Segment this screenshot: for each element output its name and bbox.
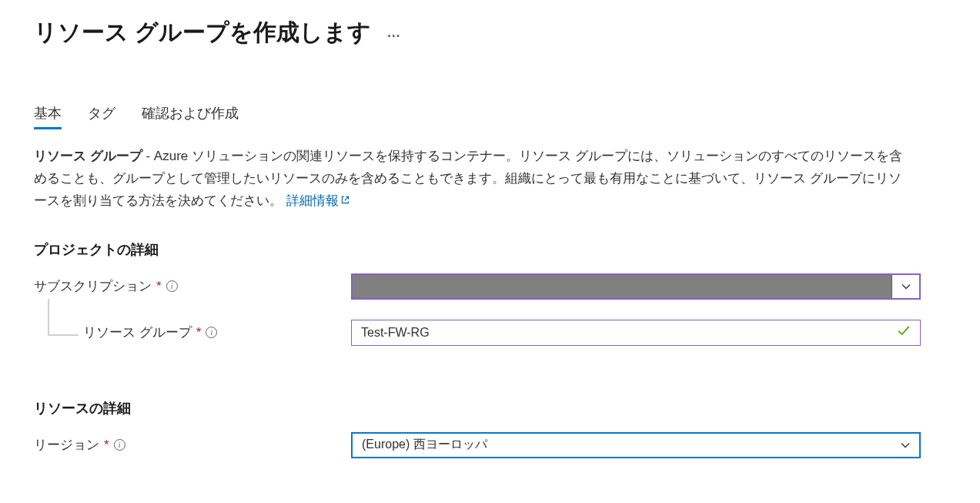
resource-group-label: リソース グループ * i [34,324,351,341]
chevron-down-icon [901,282,911,291]
region-select[interactable]: (Europe) 西ヨーロッパ [351,432,921,458]
info-icon[interactable]: i [166,280,178,292]
learn-more-text: 詳細情報 [286,193,339,208]
description-text: リソース グループ - Azure ソリューションの関連リソースを保持するコンテ… [34,146,911,213]
form-tabs: 基本 タグ 確認および作成 [34,104,946,129]
required-indicator: * [196,325,202,340]
section-project-details: プロジェクトの詳細 [34,240,946,259]
info-icon[interactable]: i [114,439,125,451]
region-label: リージョン * i [34,436,351,454]
checkmark-icon [897,324,911,341]
external-link-icon [340,190,350,213]
required-indicator: * [104,438,109,453]
section-resource-details: リソースの詳細 [34,399,946,417]
info-icon[interactable]: i [206,327,217,338]
required-indicator: * [156,279,162,294]
description-lead: リソース グループ [34,149,142,163]
subscription-label: サブスクリプション * i [34,277,351,295]
tree-connector [48,299,79,336]
tab-basic[interactable]: 基本 [34,104,62,129]
tab-tags[interactable]: タグ [88,104,115,129]
more-actions[interactable]: … [386,25,402,41]
resource-group-value: Test-FW-RG [361,326,430,340]
tab-review-create[interactable]: 確認および作成 [142,104,239,129]
resource-group-input[interactable]: Test-FW-RG [351,320,921,346]
description-body: - Azure ソリューションの関連リソースを保持するコンテナー。リソース グル… [34,149,902,208]
page-title: リソース グループを作成します [34,17,371,49]
learn-more-link[interactable]: 詳細情報 [286,193,350,208]
chevron-down-icon [901,441,910,450]
region-value: (Europe) 西ヨーロッパ [362,437,487,453]
subscription-select[interactable] [351,273,921,300]
